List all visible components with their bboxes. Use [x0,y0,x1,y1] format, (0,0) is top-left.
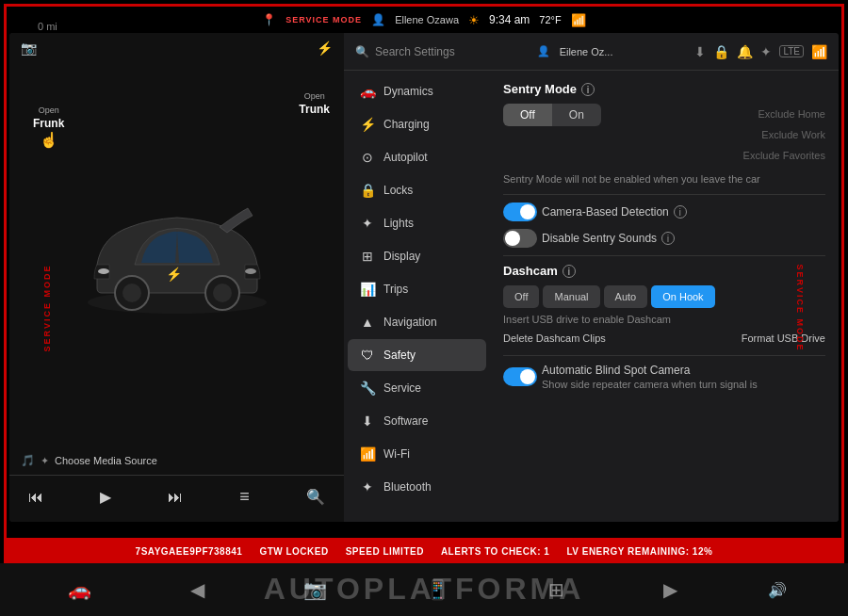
svg-text:⚡: ⚡ [165,267,182,283]
bell-icon[interactable]: 🔔 [737,44,753,59]
nav-trips[interactable]: 📊 Trips [348,273,486,305]
disable-sounds-toggle[interactable] [503,229,537,248]
bluetooth-header-icon[interactable]: ✦ [760,44,772,59]
nav-locks-label: Locks [383,184,413,197]
wifi-icon: 📶 [359,446,376,462]
sentry-mode-title: Sentry Mode i [503,82,825,96]
header-icons: ⬇ 🔒 🔔 ✦ LTE 📶 [694,44,827,59]
nav-safety[interactable]: 🛡 Safety [348,339,486,371]
nav-wifi[interactable]: 📶 Wi-Fi [348,438,486,470]
dashcam-title: Dashcam i [503,264,825,278]
dashcam-off-button[interactable]: Off [503,285,539,308]
software-icon: ⬇ [359,413,376,429]
svg-point-4 [213,284,232,302]
nav-navigation-label: Navigation [383,316,437,329]
status-bar: 0 mi 📍 SERVICE MODE 👤 Ellene Ozawa ☀ 9:3… [19,7,829,33]
dashcam-onhook-button[interactable]: On Hook [651,285,714,308]
search-music-button[interactable]: 🔍 [302,484,329,510]
car-svg: ⚡ [73,180,281,331]
lte-badge: LTE [779,45,804,57]
sounds-info-icon[interactable]: i [661,232,675,245]
next-button[interactable]: ⏭ [164,485,187,510]
nav-display[interactable]: ⊞ Display [348,240,486,272]
nav-charging[interactable]: ⚡ Charging [348,108,486,140]
dashcam-controls: Off Manual Auto On Hook [503,285,825,308]
prev-button[interactable]: ⏮ [24,485,47,510]
nav-safety-label: Safety [383,349,416,362]
exclude-work[interactable]: Exclude Work [743,124,825,145]
lightning-icon: ⚡ [317,41,333,56]
blind-spot-row: Automatic Blind Spot Camera Show side re… [503,364,825,390]
dashcam-info-icon[interactable]: i [563,265,576,278]
status-time: 9:34 am [489,13,530,26]
nav-autopilot-label: Autopilot [383,151,428,164]
tesla-ui: 📷 ⚡ Open Frunk ☝ [9,33,839,522]
dashcam-auto-button[interactable]: Auto [604,285,648,308]
dashcam-manual-button[interactable]: Manual [543,285,599,308]
charging-icon: ⚡ [359,117,376,132]
sentry-on-button[interactable]: On [552,104,601,126]
service-label-left: SERVICE MODE [42,265,52,352]
play-button[interactable]: ▶ [96,484,115,510]
exclude-options: Exclude Home Exclude Work Exclude Favori… [743,104,825,166]
delete-clips-button[interactable]: Delete Dashcam Clips [503,332,606,344]
blind-spot-toggle[interactable] [503,367,537,386]
car-display-area: Open Frunk ☝ [9,63,344,446]
screen: SERVICE MODE SERVICE MODE 0 mi 📍 SERVICE… [0,0,848,616]
exclude-home[interactable]: Exclude Home [743,104,825,124]
service-label-right: SERVICE MODE [796,265,806,352]
trunk-label[interactable]: Open Trunk [299,91,330,117]
disable-sounds-row: Disable Sentry Sounds i [503,229,825,248]
download-icon[interactable]: ⬇ [694,44,706,59]
camera-detection-toggle[interactable] [503,203,537,221]
frunk-label[interactable]: Open Frunk ☝ [33,105,64,151]
search-box[interactable]: 🔍 Search Settings [355,45,455,58]
nav-dynamics[interactable]: 🚗 Dynamics [348,75,486,107]
odometer: 0 mi [38,21,57,32]
svg-point-2 [122,284,141,302]
nav-bluetooth[interactable]: ✦ Bluetooth [348,471,486,503]
camera-info-icon[interactable]: i [674,205,687,219]
disable-sounds-label: Disable Sentry Sounds i [503,229,675,248]
bluetooth-icon: ✦ [41,455,49,467]
camera-detection-label: Camera-Based Detection i [503,203,687,221]
alert-gtw: GTW LOCKED [259,546,328,557]
nav-locks[interactable]: 🔒 Locks [348,174,486,206]
display-icon: ⊞ [359,249,376,264]
dashcam-note: Insert USB drive to enable Dashcam [503,314,825,325]
car-panel: 📷 ⚡ Open Frunk ☝ [9,33,344,522]
status-user: Ellene Ozawa [395,14,459,25]
media-source-label[interactable]: Choose Media Source [55,455,157,466]
nav-autopilot[interactable]: ⊙ Autopilot [348,141,486,173]
service-icon: 🔧 [359,381,376,396]
lock-icon[interactable]: 🔒 [713,44,729,59]
format-usb-button[interactable]: Format USB Drive [742,332,825,344]
queue-button[interactable]: ≡ [236,483,253,511]
nav-service[interactable]: 🔧 Service [348,372,486,404]
exclude-favorites[interactable]: Exclude Favorites [743,145,825,166]
sentry-off-button[interactable]: Off [503,104,552,126]
sun-icon: ☀ [468,13,480,27]
status-temp: 72°F [539,14,561,25]
settings-panel: 🔍 Search Settings 👤 Eilene Oz... ⬇ 🔒 🔔 ✦… [344,33,839,522]
nav-wifi-label: Wi-Fi [383,447,410,461]
dynamics-icon: 🚗 [359,84,376,99]
car-icons-top: 📷 ⚡ [9,33,344,63]
media-controls: ⏮ ▶ ⏭ ≡ 🔍 [9,475,344,522]
settings-nav: 🚗 Dynamics ⚡ Charging ⊙ Autopilot 🔒 Lock… [344,71,490,522]
status-center: 📍 SERVICE MODE 👤 Ellene Ozawa ☀ 9:34 am … [262,13,585,27]
user-icon: 👤 [371,13,385,26]
divider-3 [503,355,825,356]
divider-2 [503,255,825,256]
nav-lights[interactable]: ✦ Lights [348,207,486,239]
camera-icon[interactable]: 📷 [21,41,37,56]
sentry-info-icon[interactable]: i [581,83,595,96]
user-icon-header: 👤 [537,45,550,57]
nav-charging-label: Charging [383,118,430,131]
gps-icon: 📍 [262,13,276,26]
nav-navigation[interactable]: ▲ Navigation [348,306,486,338]
nav-service-label: Service [383,381,421,395]
sentry-note: Sentry Mode will not be enabled when you… [503,170,825,185]
header-user-info: 👤 Eilene Oz... [537,45,613,57]
nav-software[interactable]: ⬇ Software [348,405,486,437]
